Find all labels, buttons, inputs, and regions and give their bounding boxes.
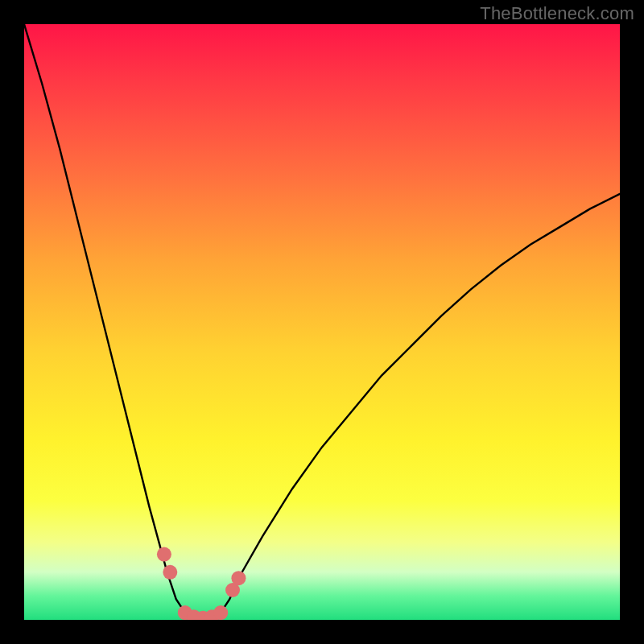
curve-marker [213, 605, 228, 620]
curve-marker [231, 571, 246, 585]
watermark-text: TheBottleneck.com [480, 3, 634, 24]
plot-area [24, 24, 620, 620]
curve-marker [157, 547, 171, 562]
chart-container: TheBottleneck.com [0, 0, 644, 644]
curve-layer [24, 24, 620, 620]
bottleneck-curve [24, 24, 620, 618]
curve-marker [163, 565, 177, 580]
